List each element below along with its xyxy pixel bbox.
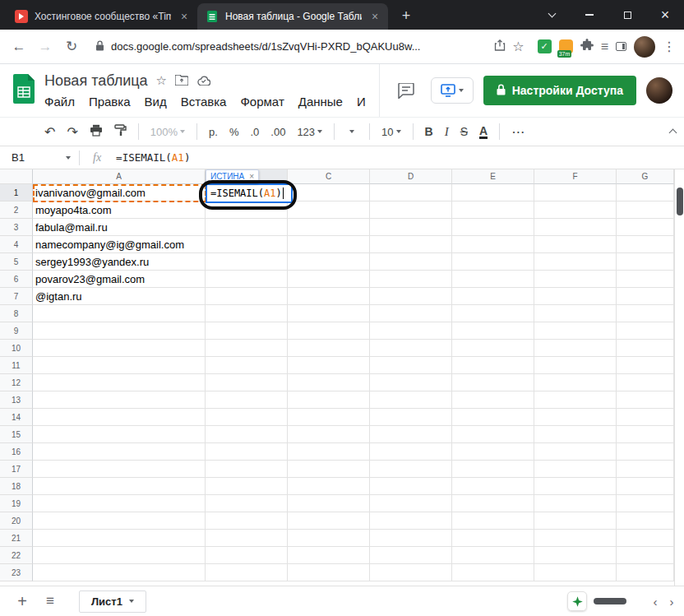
b1-edit-cell[interactable]: =ISEMAIL(A1) [206,183,293,203]
cell-D8[interactable] [370,305,452,322]
menu-insert[interactable]: Вставка [181,95,227,109]
increase-decimal-button[interactable]: .00 [270,126,285,138]
comments-icon[interactable] [391,78,421,103]
row-header-17[interactable]: 17 [0,461,33,478]
font-size-select[interactable]: 10 [381,126,400,138]
bold-button[interactable]: B [425,125,433,138]
cell-B2[interactable] [206,201,288,219]
text-color-button[interactable]: A [479,125,488,139]
cell-E13[interactable] [452,391,534,409]
cell-E22[interactable] [452,547,534,564]
row-header-6[interactable]: 6 [0,271,33,288]
cell-B5[interactable] [206,253,288,271]
print-icon[interactable] [90,124,103,139]
cell-E11[interactable] [452,357,534,374]
cell-F19[interactable] [534,495,617,512]
cell-E15[interactable] [452,426,534,443]
format-currency-button[interactable]: р. [209,126,218,138]
cell-A4[interactable]: namecompany@ig@gmail.com [33,236,206,253]
cell-A16[interactable] [33,443,206,461]
cell-C22[interactable] [288,547,370,564]
row-header-19[interactable]: 19 [0,495,33,512]
cell-F17[interactable] [534,461,617,478]
cell-D10[interactable] [370,340,452,357]
row-header-21[interactable]: 21 [0,530,33,547]
account-avatar[interactable] [646,77,672,104]
cell-E9[interactable] [452,322,534,340]
cell-D22[interactable] [370,547,452,564]
cell-D13[interactable] [370,391,452,409]
cell-C16[interactable] [288,443,370,461]
cell-F3[interactable] [534,219,617,236]
cell-E21[interactable] [452,530,534,547]
decrease-decimal-button[interactable]: .0 [250,126,259,138]
cell-D11[interactable] [370,357,452,374]
row-header-12[interactable]: 12 [0,374,33,391]
cell-C23[interactable] [288,564,370,581]
back-icon[interactable]: ← [8,36,30,58]
cell-F18[interactable] [534,478,617,495]
cell-B11[interactable] [206,357,288,374]
row-header-1[interactable]: 1 [0,184,33,201]
cell-E16[interactable] [452,443,534,461]
column-header-A[interactable]: A [33,169,206,184]
redo-icon[interactable]: ↷ [67,124,77,140]
cell-B23[interactable] [206,564,288,581]
extensions-puzzle-icon[interactable] [580,39,594,55]
tooltip-close-icon[interactable]: × [249,172,254,181]
cell-D1[interactable] [370,184,452,201]
cell-F4[interactable] [534,236,617,253]
undo-icon[interactable]: ↶ [44,124,55,140]
more-formats-button[interactable]: 123 [297,126,322,138]
scroll-right-icon[interactable]: › [666,595,677,609]
italic-button[interactable]: I [445,125,449,139]
cell-D16[interactable] [370,443,452,461]
cell-F9[interactable] [534,322,617,340]
cell-D9[interactable] [370,322,452,340]
format-percent-button[interactable]: % [229,126,239,138]
browser-menu-icon[interactable]: ⋮ [663,39,676,54]
cell-A19[interactable] [33,495,206,512]
present-button[interactable] [431,77,474,104]
cell-F12[interactable] [534,374,617,391]
cell-A6[interactable]: povarov23@gmail.com [33,271,206,288]
cell-B20[interactable] [206,512,288,530]
cell-D17[interactable] [370,461,452,478]
cell-E5[interactable] [452,253,534,271]
cell-E19[interactable] [452,495,534,512]
row-header-13[interactable]: 13 [0,391,33,409]
column-header-C[interactable]: C [288,169,370,184]
cell-G7[interactable] [617,288,674,305]
menu-view[interactable]: Вид [145,95,167,109]
all-sheets-icon[interactable]: ≡ [39,591,61,612]
cell-E3[interactable] [452,219,534,236]
font-family-select[interactable] [346,130,358,133]
cell-E18[interactable] [452,478,534,495]
row-header-20[interactable]: 20 [0,512,33,530]
cell-B4[interactable] [206,236,288,253]
cell-D6[interactable] [370,271,452,288]
minimize-button[interactable] [571,0,608,30]
cell-D19[interactable] [370,495,452,512]
cell-A5[interactable]: sergey1993@yandex.ru [33,253,206,271]
cell-C1[interactable] [288,184,370,201]
row-header-22[interactable]: 22 [0,547,33,564]
cell-B7[interactable] [206,288,288,305]
row-header-4[interactable]: 4 [0,236,33,253]
cell-F21[interactable] [534,530,617,547]
cell-D4[interactable] [370,236,452,253]
cell-B17[interactable] [206,461,288,478]
cell-D5[interactable] [370,253,452,271]
formula-input[interactable]: =ISEMAIL(A1) [116,151,190,164]
row-header-5[interactable]: 5 [0,253,33,271]
cell-F13[interactable] [534,391,617,409]
strikethrough-button[interactable]: S [460,125,468,138]
cell-A15[interactable] [33,426,206,443]
cell-C14[interactable] [288,409,370,426]
cell-C7[interactable] [288,288,370,305]
cell-C9[interactable] [288,322,370,340]
cell-A21[interactable] [33,530,206,547]
scroll-left-icon[interactable]: ‹ [649,595,661,609]
vertical-scrollbar[interactable] [674,169,684,586]
cell-B8[interactable] [206,305,288,322]
